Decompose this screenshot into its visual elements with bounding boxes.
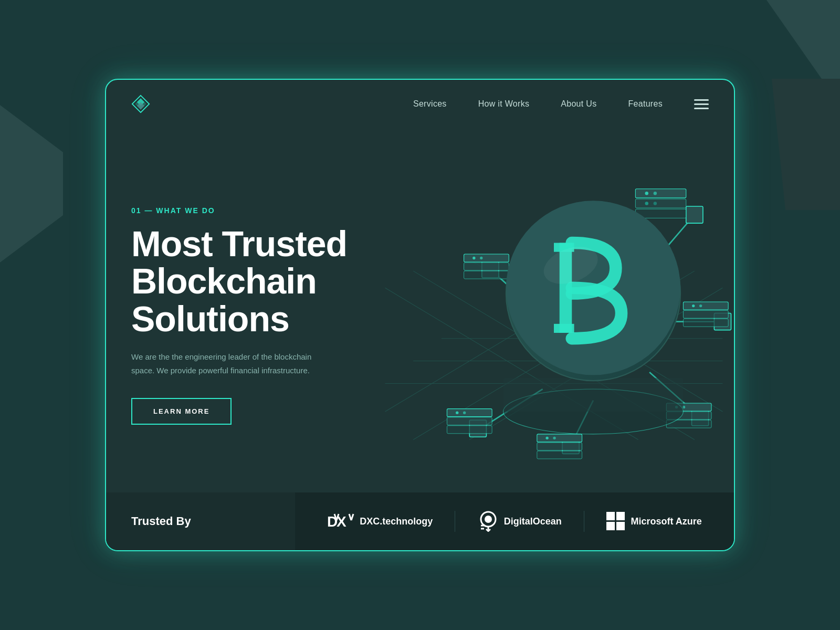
hero-title-line3: Solutions xyxy=(131,299,289,339)
trusted-by-title: Trusted By xyxy=(131,514,191,528)
digitalocean-label: DigitalOcean xyxy=(504,516,562,527)
trusted-logo-azure: Microsoft Azure xyxy=(606,512,701,531)
separator-2 xyxy=(584,511,584,532)
svg-point-36 xyxy=(699,304,702,307)
learn-more-button[interactable]: LEARN MORE xyxy=(131,398,232,425)
hero-description: We are the the engineering leader of the… xyxy=(131,350,320,377)
svg-point-72 xyxy=(485,516,492,523)
svg-point-50 xyxy=(472,257,475,259)
svg-rect-42 xyxy=(447,426,492,434)
svg-rect-77 xyxy=(616,512,625,520)
svg-rect-63 xyxy=(554,324,574,333)
svg-rect-34 xyxy=(683,302,728,310)
svg-rect-47 xyxy=(464,271,509,279)
trusted-logo-dxc: D X DXC.technology xyxy=(327,512,433,531)
svg-rect-32 xyxy=(683,319,728,327)
trusted-label: Trusted By xyxy=(106,492,295,550)
hero-title-line1: Most Trusted xyxy=(131,224,347,264)
svg-point-31 xyxy=(654,202,657,205)
svg-rect-76 xyxy=(606,512,615,520)
svg-point-55 xyxy=(545,437,548,439)
hero-title-line2: Blockchain xyxy=(131,261,317,301)
trusted-logos: D X DXC.technology xyxy=(295,492,734,550)
trusted-logo-digitalocean: DigitalOcean xyxy=(478,511,562,532)
svg-point-35 xyxy=(692,304,695,307)
bg-decoration-right-bottom xyxy=(772,79,840,210)
svg-point-56 xyxy=(553,437,555,439)
digitalocean-icon xyxy=(478,511,499,532)
hero-title: Most Trusted Blockchain Solutions xyxy=(131,225,394,338)
svg-rect-58 xyxy=(503,378,684,412)
main-content: 01 — WHAT WE DO Most Trusted Blockchain … xyxy=(106,128,734,492)
svg-point-30 xyxy=(645,202,648,205)
svg-rect-43 xyxy=(447,417,492,425)
dxc-icon: D X xyxy=(327,512,354,531)
svg-rect-44 xyxy=(447,409,492,417)
main-card: Services How it Works About Us Features … xyxy=(105,79,735,551)
section-label: 01 — WHAT WE DO xyxy=(131,206,394,215)
svg-rect-78 xyxy=(606,522,615,530)
svg-rect-33 xyxy=(683,310,728,318)
svg-rect-49 xyxy=(464,254,509,262)
svg-point-29 xyxy=(654,192,657,195)
separator-1 xyxy=(455,511,455,532)
svg-rect-48 xyxy=(464,262,509,270)
trusted-section: Trusted By D X DXC.technology xyxy=(106,492,734,550)
svg-line-70 xyxy=(351,514,353,520)
svg-point-46 xyxy=(463,411,466,414)
microsoft-icon xyxy=(606,512,625,531)
hero-text: 01 — WHAT WE DO Most Trusted Blockchain … xyxy=(131,128,394,492)
svg-rect-26 xyxy=(635,199,686,208)
svg-point-45 xyxy=(456,411,458,414)
svg-rect-79 xyxy=(616,522,625,530)
azure-label: Microsoft Azure xyxy=(631,516,701,527)
svg-rect-54 xyxy=(537,434,582,442)
blockchain-illustration xyxy=(357,97,735,490)
logo[interactable] xyxy=(131,94,150,113)
svg-rect-27 xyxy=(635,189,686,198)
bg-decoration-left xyxy=(0,105,63,262)
svg-point-51 xyxy=(480,257,482,259)
dxc-label: DXC.technology xyxy=(360,516,433,527)
svg-rect-19 xyxy=(686,206,703,223)
svg-rect-53 xyxy=(537,443,582,450)
svg-point-28 xyxy=(645,192,648,195)
svg-rect-52 xyxy=(537,451,582,459)
hero-illustration xyxy=(394,128,709,492)
